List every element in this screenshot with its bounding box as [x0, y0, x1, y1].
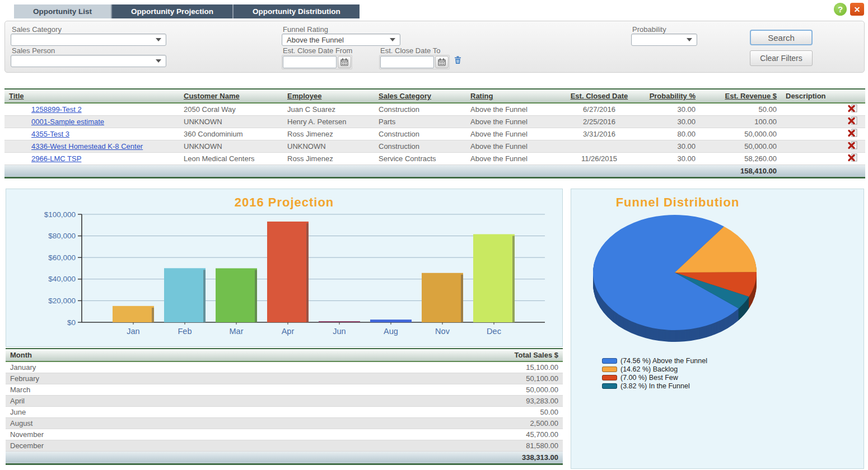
y-tick-label: $80,000	[48, 232, 76, 240]
help-icon[interactable]: ?	[834, 3, 847, 16]
sales-category-dropdown[interactable]	[11, 34, 166, 46]
bar-nov	[422, 273, 463, 322]
delete-row-icon[interactable]	[848, 106, 857, 115]
cell-category: Service Contracts	[374, 152, 466, 164]
cell-month: January	[6, 361, 284, 373]
table-row: 1258899-Test 22050 Coral WayJuan C Suare…	[4, 103, 865, 115]
cell-employee: Ross Jimenez	[283, 152, 374, 164]
cell-title: 4336-West Homestead K-8 Center	[4, 140, 179, 152]
delete-row-icon[interactable]	[848, 131, 857, 139]
col-header-link-est-revenue[interactable]: Est. Revenue $	[725, 92, 777, 100]
opportunity-link[interactable]: 4336-West Homestead K-8 Center	[31, 142, 143, 151]
table-header-row: TitleCustomer NameEmployeeSales Category…	[4, 89, 865, 103]
opportunity-link[interactable]: 4355-Test 3	[31, 130, 69, 138]
est-close-date-from-input[interactable]	[283, 56, 337, 68]
tab-opportunity-projection[interactable]: Opportunity Projection	[112, 4, 234, 18]
funnel-pie-chart	[571, 210, 860, 351]
cell-date: 6/27/2016	[563, 103, 636, 115]
legend-label: (7.00 %) Best Few	[620, 374, 678, 382]
cell-customer: Leon Medical Centers	[179, 152, 283, 164]
col-header-link-est-closed-date[interactable]: Est. Closed Date	[571, 92, 628, 100]
cell-month: April	[6, 395, 284, 406]
legend-swatch	[602, 358, 617, 364]
funnel-rating-dropdown[interactable]: Above the Funnel	[282, 34, 400, 46]
y-tick-label: $60,000	[48, 253, 76, 262]
clear-filters-button[interactable]: Clear Filters	[750, 50, 813, 66]
probability-label: Probability	[632, 25, 666, 34]
sales-person-dropdown[interactable]	[11, 55, 166, 67]
cell-month: February	[6, 373, 284, 384]
cell-month: November	[6, 429, 284, 440]
col-header-customer-name[interactable]: Customer Name	[179, 89, 283, 103]
tab-opportunity-list[interactable]: Opportunity List	[14, 4, 112, 18]
x-tick-label: Dec	[487, 327, 501, 336]
legend-item-backlog: (14.62 %) Backlog	[602, 365, 864, 373]
opportunity-link[interactable]: 2966-LMC TSP	[31, 154, 81, 163]
search-button[interactable]: Search	[750, 30, 813, 45]
cell-employee: Juan C Suarez	[283, 103, 374, 115]
cell-rating: Above the Funnel	[466, 152, 563, 164]
pie-legend: (74.56 %) Above the Funnel(14.62 %) Back…	[602, 356, 864, 390]
cell-revenue: 100.00	[700, 115, 781, 128]
col-header-link-rating[interactable]: Rating	[470, 92, 493, 100]
chevron-down-icon	[390, 38, 395, 41]
col-header-description: Description	[781, 89, 865, 103]
month-row: February50,100.00	[6, 373, 563, 384]
cell-total-sales: 50,100.00	[284, 373, 563, 384]
legend-swatch	[602, 366, 617, 372]
month-row: March50,000.00	[6, 384, 563, 395]
delete-row-icon[interactable]	[848, 143, 857, 152]
cell-total-sales: 50,000.00	[284, 384, 563, 395]
chevron-down-icon	[156, 59, 161, 63]
col-header-link-sales-category[interactable]: Sales Category	[379, 92, 431, 100]
cell-employee: Henry A. Petersen	[283, 115, 374, 128]
col-header-probability[interactable]: Probability %	[636, 89, 700, 103]
cell-rating: Above the Funnel	[466, 128, 563, 140]
est-close-date-from-label: Est. Close Date From	[283, 46, 352, 55]
cell-title: 1258899-Test 2	[4, 103, 179, 115]
cell-revenue: 50.00	[700, 103, 781, 115]
col-header-link-probability[interactable]: Probability %	[650, 92, 696, 100]
col-header-sales-category[interactable]: Sales Category	[374, 89, 466, 103]
col-header-employee[interactable]: Employee	[283, 89, 374, 103]
col-header-rating[interactable]: Rating	[466, 89, 563, 103]
col-header-est-closed-date[interactable]: Est. Closed Date	[563, 89, 636, 103]
calendar-icon[interactable]	[435, 56, 449, 68]
legend-swatch	[602, 375, 617, 380]
cell-description	[781, 103, 865, 115]
legend-item-best-few: (7.00 %) Best Few	[602, 373, 864, 382]
pie-chart-title: Funnel Distribution	[571, 189, 784, 210]
tab-opportunity-distribution[interactable]: Opportunity Distribution	[234, 4, 360, 18]
cell-date: 2/25/2016	[563, 115, 636, 128]
cell-rating: Above the Funnel	[466, 140, 563, 152]
legend-label: (3.82 %) In the Funnel	[620, 382, 690, 390]
legend-item-in-the-funnel: (3.82 %) In the Funnel	[602, 382, 864, 390]
cell-rating: Above the Funnel	[466, 103, 563, 115]
close-icon[interactable]: ✕	[850, 3, 864, 16]
opportunity-link[interactable]: 1258899-Test 2	[31, 105, 82, 114]
cell-title: 4355-Test 3	[4, 128, 179, 140]
month-row: November45,700.00	[6, 429, 563, 440]
col-header-title[interactable]: Title	[4, 89, 179, 103]
col-header-link-customer-name[interactable]: Customer Name	[184, 92, 240, 100]
col-header-est-revenue[interactable]: Est. Revenue $	[700, 89, 781, 103]
calendar-icon[interactable]	[338, 56, 351, 68]
cell-customer: 2050 Coral Way	[179, 103, 283, 115]
col-header-link-title[interactable]: Title	[9, 92, 24, 100]
cell-category: Construction	[374, 103, 466, 115]
col-header-link-employee[interactable]: Employee	[287, 92, 321, 100]
probability-dropdown[interactable]	[631, 34, 697, 46]
est-close-date-to-input[interactable]	[380, 56, 434, 68]
bar-feb	[164, 268, 206, 322]
delete-row-icon[interactable]	[848, 119, 857, 127]
charts-row: 2016 Projection $0$20,000$40,000$60,000$…	[6, 189, 864, 469]
y-tick-label: $20,000	[48, 297, 76, 305]
cell-description	[781, 152, 865, 164]
delete-row-icon[interactable]	[848, 156, 857, 164]
window-controls: ? ✕	[834, 3, 864, 16]
bar-apr	[267, 222, 309, 322]
month-row: December81,580.00	[6, 440, 563, 451]
clear-dates-trash-icon[interactable]	[454, 56, 461, 67]
cell-description	[781, 115, 865, 128]
opportunity-link[interactable]: 0001-Sample estimate	[31, 118, 104, 126]
